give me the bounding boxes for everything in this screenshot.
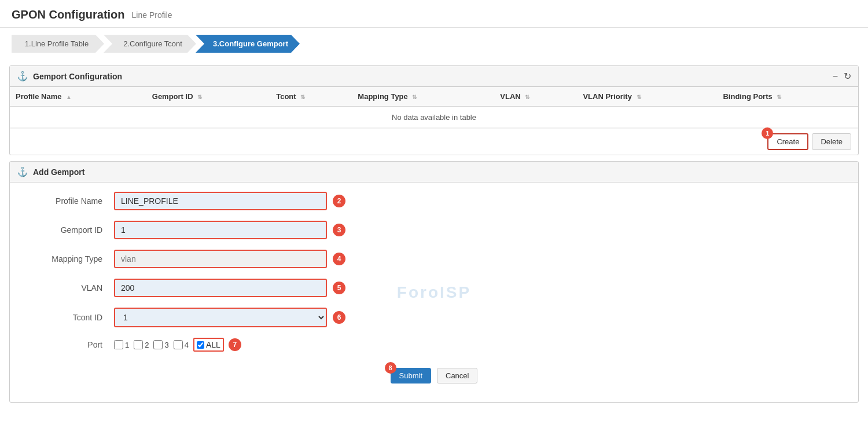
- table-header-row: Profile Name ▲ Gemport ID ⇅ Tcont ⇅ Mapp…: [10, 87, 858, 107]
- mapping-type-input: [114, 250, 327, 268]
- mapping-type-control: 4: [114, 250, 345, 268]
- vlan-label: VLAN: [21, 283, 114, 293]
- tcont-id-control: 1 6: [114, 308, 345, 327]
- sort-icon-tcont: ⇅: [300, 94, 305, 100]
- port-label-3: 3: [164, 341, 168, 349]
- port-label-all: ALL: [206, 340, 220, 349]
- submit-button-wrapper: 8 Submit: [391, 368, 431, 383]
- page-title: GPON Configuration: [12, 8, 125, 21]
- table-empty-row: No data available in table: [10, 107, 858, 128]
- vlan-badge: 5: [333, 282, 345, 294]
- port-all-wrapper: ALL: [193, 338, 224, 352]
- add-gemport-section: ⚓ Add Gemport ForoISP Profile Name 2 Gem…: [9, 161, 859, 403]
- port-item-3: 3: [153, 340, 168, 349]
- form-submit-row: 8 Submit Cancel: [10, 362, 858, 393]
- col-binding-ports[interactable]: Binding Ports ⇅: [717, 87, 858, 107]
- port-checkbox-3[interactable]: [153, 340, 163, 349]
- sort-icon-binding-ports: ⇅: [777, 94, 781, 100]
- col-profile-name[interactable]: Profile Name ▲: [10, 87, 146, 107]
- wizard-step-2[interactable]: 2.Configure Tcont: [104, 35, 196, 53]
- wizard-step-3[interactable]: 3.Configure Gemport: [196, 35, 300, 53]
- col-mapping-type[interactable]: Mapping Type ⇅: [352, 87, 494, 107]
- port-item-2: 2: [134, 340, 149, 349]
- vlan-input[interactable]: [114, 279, 327, 297]
- page-header: GPON Configuration Line Profile: [0, 0, 868, 28]
- port-checkbox-4[interactable]: [174, 340, 183, 349]
- gemport-table-wrapper: Profile Name ▲ Gemport ID ⇅ Tcont ⇅ Mapp…: [10, 87, 858, 128]
- add-gemport-form: ForoISP Profile Name 2 Gemport ID 3 Mapp…: [10, 182, 858, 402]
- port-label-2: 2: [145, 341, 149, 349]
- gemport-id-label: Gemport ID: [21, 225, 114, 235]
- port-label: Port: [21, 340, 114, 349]
- sort-icon-vlan: ⇅: [525, 94, 529, 100]
- cancel-button[interactable]: Cancel: [437, 368, 477, 383]
- wizard-step-1[interactable]: 1.Line Profile Table: [12, 35, 104, 53]
- anchor-icon: ⚓: [17, 71, 28, 82]
- profile-name-row: Profile Name 2: [10, 192, 858, 210]
- col-vlan[interactable]: VLAN ⇅: [494, 87, 577, 107]
- gemport-config-title: ⚓ Gemport Configuration: [17, 71, 122, 82]
- gemport-id-control: 3: [114, 221, 345, 239]
- mapping-type-label: Mapping Type: [21, 254, 114, 264]
- port-checkboxes: 1 2 3 4 ALL: [114, 338, 241, 352]
- delete-button[interactable]: Delete: [812, 133, 851, 150]
- minimize-button[interactable]: −: [833, 71, 838, 82]
- vlan-row: VLAN 5: [10, 279, 858, 297]
- sort-icon-gemport-id: ⇅: [197, 94, 202, 100]
- mapping-type-row: Mapping Type 4: [10, 250, 858, 268]
- tcont-id-row: Tcont ID 1 6: [10, 308, 858, 327]
- port-control: 1 2 3 4 ALL: [114, 338, 345, 352]
- wizard-step-2-label: 2.Configure Tcont: [123, 39, 182, 48]
- wizard-steps: 1.Line Profile Table 2.Configure Tcont 3…: [0, 28, 868, 60]
- table-buttons-row: Create 1 Delete: [10, 128, 858, 155]
- anchor-icon-2: ⚓: [17, 166, 28, 177]
- submit-badge: 8: [385, 362, 396, 374]
- gemport-id-input[interactable]: [114, 221, 327, 239]
- submit-button[interactable]: Submit: [391, 368, 431, 383]
- page-subtitle: Line Profile: [132, 10, 172, 20]
- sort-icon-mapping-type: ⇅: [412, 94, 417, 100]
- port-badge: 7: [229, 338, 241, 351]
- wizard-step-3-label: 3.Configure Gemport: [213, 39, 288, 48]
- mapping-type-badge: 4: [333, 253, 345, 265]
- wizard-step-1-label: 1.Line Profile Table: [25, 39, 89, 48]
- tcont-id-select[interactable]: 1: [114, 308, 327, 327]
- create-button[interactable]: Create: [767, 133, 808, 150]
- profile-name-badge: 2: [333, 195, 345, 207]
- port-item-1: 1: [114, 340, 129, 349]
- gemport-config-title-label: Gemport Configuration: [33, 72, 122, 81]
- gemport-table: Profile Name ▲ Gemport ID ⇅ Tcont ⇅ Mapp…: [10, 87, 858, 128]
- create-button-wrapper: Create 1: [767, 133, 808, 150]
- refresh-button[interactable]: ↻: [844, 71, 851, 82]
- vlan-control: 5: [114, 279, 345, 297]
- port-checkbox-1[interactable]: [114, 340, 123, 349]
- sort-icon-profile-name: ▲: [66, 94, 72, 100]
- tcont-id-label: Tcont ID: [21, 313, 114, 322]
- add-gemport-header: ⚓ Add Gemport: [10, 162, 858, 182]
- col-tcont[interactable]: Tcont ⇅: [270, 87, 352, 107]
- port-row: Port 1 2 3: [10, 338, 858, 352]
- profile-name-input[interactable]: [114, 192, 327, 210]
- gemport-id-row: Gemport ID 3: [10, 221, 858, 239]
- port-checkbox-2[interactable]: [134, 340, 143, 349]
- port-checkbox-all[interactable]: [197, 341, 204, 349]
- port-item-4: 4: [174, 340, 189, 349]
- port-label-1: 1: [125, 341, 129, 349]
- gemport-config-header: ⚓ Gemport Configuration − ↻: [10, 66, 858, 87]
- sort-icon-vlan-priority: ⇅: [637, 94, 641, 100]
- profile-name-label: Profile Name: [21, 196, 114, 206]
- tcont-id-badge: 6: [333, 311, 345, 324]
- col-gemport-id[interactable]: Gemport ID ⇅: [146, 87, 270, 107]
- gemport-config-actions: − ↻: [833, 71, 851, 82]
- gemport-config-section: ⚓ Gemport Configuration − ↻ Profile Name…: [9, 65, 859, 155]
- col-vlan-priority[interactable]: VLAN Priority ⇅: [577, 87, 717, 107]
- add-gemport-title: Add Gemport: [33, 167, 84, 177]
- gemport-id-badge: 3: [333, 224, 345, 236]
- port-label-4: 4: [185, 341, 189, 349]
- profile-name-control: 2: [114, 192, 345, 210]
- table-empty-message: No data available in table: [10, 107, 858, 128]
